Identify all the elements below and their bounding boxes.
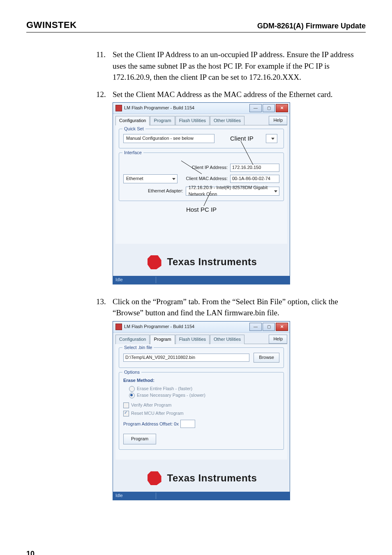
- quickset-arrow[interactable]: [266, 134, 277, 143]
- maximize-button[interactable]: ▢: [263, 323, 275, 331]
- page-number: 10: [26, 550, 366, 555]
- erase-method-label: Erase Method:: [123, 377, 279, 384]
- ti-logo-text: Texas Instruments: [167, 255, 257, 269]
- client-ip-label: Client IP Address:: [192, 164, 228, 171]
- window-title: LM Flash Programmer - Build 1154: [124, 105, 194, 111]
- app-icon: [115, 324, 122, 330]
- step-text-11: Set the Client IP Address to an un-occup…: [113, 50, 354, 81]
- interface-value: Ethernet: [126, 176, 143, 182]
- adapter-select[interactable]: 172.16.20.9 - Intel(R) 82578DM Gigabit N…: [186, 187, 279, 196]
- quickset-value: Manual Configuration - see below: [126, 135, 194, 142]
- minimize-button[interactable]: —: [249, 104, 262, 112]
- bin-path-value: D:\Temp\LAN_V092_20110802.bin: [125, 354, 195, 361]
- program-button[interactable]: Program: [123, 434, 156, 444]
- browse-button[interactable]: Browse: [254, 353, 279, 363]
- tab-flash-utilities[interactable]: Flash Utilities: [175, 116, 210, 125]
- ti-logo-text: Texas Instruments: [167, 471, 257, 486]
- help-button[interactable]: Help: [269, 116, 287, 125]
- client-mac-input[interactable]: 00-1A-86-00-02-74: [230, 175, 279, 183]
- interface-legend: Interface: [122, 150, 143, 156]
- radio-erase-fast[interactable]: [129, 386, 135, 392]
- step-text-13: Click on the “Program” tab. From the “Se…: [113, 297, 338, 317]
- adapter-value: 172.16.20.9 - Intel(R) 82578DM Gigabit N…: [189, 185, 272, 198]
- interface-select[interactable]: Ethernet: [123, 174, 178, 183]
- window-title: LM Flash Programmer - Build 1154: [124, 324, 194, 330]
- tab-program[interactable]: Program: [150, 335, 175, 344]
- status-text: Idle: [115, 493, 156, 499]
- brand-logo: GWINSTEK: [26, 20, 77, 30]
- callout-host-ip: Host PC IP: [186, 206, 217, 213]
- ti-logo-icon: [146, 254, 163, 271]
- offset-label: Program Address Offset: 0x: [123, 421, 179, 428]
- erase-fast-label: Erase Entire Flash - (faster): [137, 386, 192, 392]
- step-number-11: 11.: [96, 49, 106, 60]
- check-verify[interactable]: [123, 402, 129, 408]
- maximize-button[interactable]: ▢: [263, 104, 275, 112]
- quickset-select[interactable]: Manual Configuration - see below: [123, 134, 214, 143]
- verify-label: Verify After Program: [131, 402, 171, 409]
- status-text: Idle: [115, 277, 156, 283]
- radio-erase-slow[interactable]: [129, 393, 135, 398]
- step-text-12: Set the Client MAC Address as the MAC ad…: [113, 90, 333, 99]
- selectbin-legend: Select .bin file: [122, 345, 154, 351]
- callout-client-ip: Client IP: [230, 134, 254, 143]
- client-mac-label: Client MAC Address:: [186, 176, 228, 182]
- client-ip-value: 172.16.20.150: [232, 164, 261, 171]
- step-number-13: 13.: [96, 296, 106, 308]
- close-button[interactable]: ✕: [276, 323, 288, 331]
- client-mac-value: 00-1A-86-00-02-74: [232, 176, 270, 182]
- tab-program[interactable]: Program: [150, 116, 175, 125]
- check-reset[interactable]: [123, 411, 129, 416]
- tab-flash-utilities[interactable]: Flash Utilities: [175, 335, 210, 344]
- doc-title: GDM-8261(A) Firmware Update: [257, 22, 366, 30]
- reset-label: Reset MCU After Program: [131, 410, 184, 417]
- client-ip-input[interactable]: 172.16.20.150: [230, 164, 279, 172]
- step-number-12: 12.: [96, 89, 106, 100]
- quickset-legend: Quick Set: [122, 126, 145, 132]
- tab-other-utilities[interactable]: Other Utilities: [210, 335, 244, 344]
- bin-path-input[interactable]: D:\Temp\LAN_V092_20110802.bin: [123, 354, 249, 362]
- config-window: LM Flash Programmer - Build 1154 — ▢ ✕ C…: [113, 102, 290, 284]
- offset-input[interactable]: [180, 420, 195, 428]
- adapter-label: Ethernet Adapter:: [148, 188, 183, 194]
- tab-configuration[interactable]: Configuration: [115, 116, 150, 125]
- help-button[interactable]: Help: [269, 335, 287, 344]
- tab-other-utilities[interactable]: Other Utilities: [210, 116, 244, 125]
- app-icon: [115, 105, 122, 111]
- minimize-button[interactable]: —: [249, 323, 262, 331]
- program-window: LM Flash Programmer - Build 1154 — ▢ ✕ C…: [113, 321, 290, 500]
- erase-slow-label: Erase Necessary Pages - (slower): [137, 392, 205, 399]
- tab-configuration[interactable]: Configuration: [115, 335, 150, 344]
- ti-logo-icon: [146, 469, 163, 487]
- close-button[interactable]: ✕: [276, 104, 288, 112]
- options-legend: Options: [122, 369, 141, 376]
